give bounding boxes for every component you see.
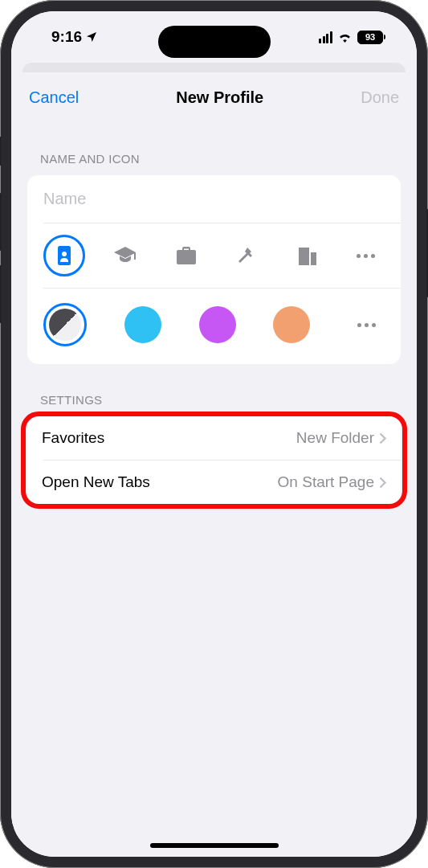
building-icon bbox=[299, 246, 316, 265]
favorites-value: New Folder bbox=[296, 429, 374, 447]
name-icon-card bbox=[27, 175, 401, 364]
icon-option-building[interactable] bbox=[287, 235, 328, 276]
chevron-right-icon bbox=[379, 477, 386, 489]
home-indicator[interactable] bbox=[150, 843, 279, 848]
color-option-more[interactable] bbox=[348, 323, 385, 327]
cell-signal-icon bbox=[319, 31, 332, 43]
modal-backdrop bbox=[22, 63, 406, 72]
id-card-icon bbox=[55, 245, 73, 266]
color-option-orange[interactable] bbox=[273, 306, 310, 343]
done-button[interactable]: Done bbox=[361, 88, 399, 107]
wifi-icon bbox=[337, 31, 353, 43]
new-profile-modal: Cancel New Profile Done NAME AND ICON bbox=[11, 72, 417, 857]
open-new-tabs-label: Open New Tabs bbox=[42, 473, 150, 491]
battery-icon: 93 bbox=[357, 31, 383, 44]
chevron-right-icon bbox=[379, 432, 386, 444]
briefcase-icon bbox=[177, 247, 196, 264]
location-icon bbox=[85, 31, 98, 43]
settings-card: Favorites New Folder Open New Tabs On St… bbox=[27, 416, 401, 504]
settings-section-header: SETTINGS bbox=[11, 364, 417, 416]
icon-option-school[interactable] bbox=[104, 235, 146, 276]
svg-point-1 bbox=[62, 252, 67, 256]
open-new-tabs-row[interactable]: Open New Tabs On Start Page bbox=[27, 461, 401, 504]
favorites-row[interactable]: Favorites New Folder bbox=[27, 416, 401, 460]
icon-option-tools[interactable] bbox=[226, 235, 267, 276]
status-time: 9:16 bbox=[51, 28, 82, 46]
color-option-two-tone[interactable] bbox=[43, 303, 87, 346]
graduation-cap-icon bbox=[114, 247, 137, 264]
icon-option-id-card[interactable] bbox=[43, 235, 85, 276]
favorites-label: Favorites bbox=[42, 429, 104, 447]
icon-option-work[interactable] bbox=[165, 235, 207, 276]
hammer-icon bbox=[237, 246, 256, 265]
cancel-button[interactable]: Cancel bbox=[29, 88, 79, 107]
icon-picker-row bbox=[27, 223, 401, 288]
icon-option-more[interactable] bbox=[348, 254, 385, 258]
color-picker-row bbox=[27, 289, 401, 364]
name-icon-section-header: NAME AND ICON bbox=[11, 123, 417, 175]
profile-name-input[interactable] bbox=[27, 175, 401, 223]
color-option-purple[interactable] bbox=[199, 306, 236, 343]
dynamic-island bbox=[158, 26, 271, 58]
open-new-tabs-value: On Start Page bbox=[278, 473, 374, 491]
modal-title: New Profile bbox=[176, 88, 263, 107]
color-option-blue[interactable] bbox=[124, 306, 161, 343]
